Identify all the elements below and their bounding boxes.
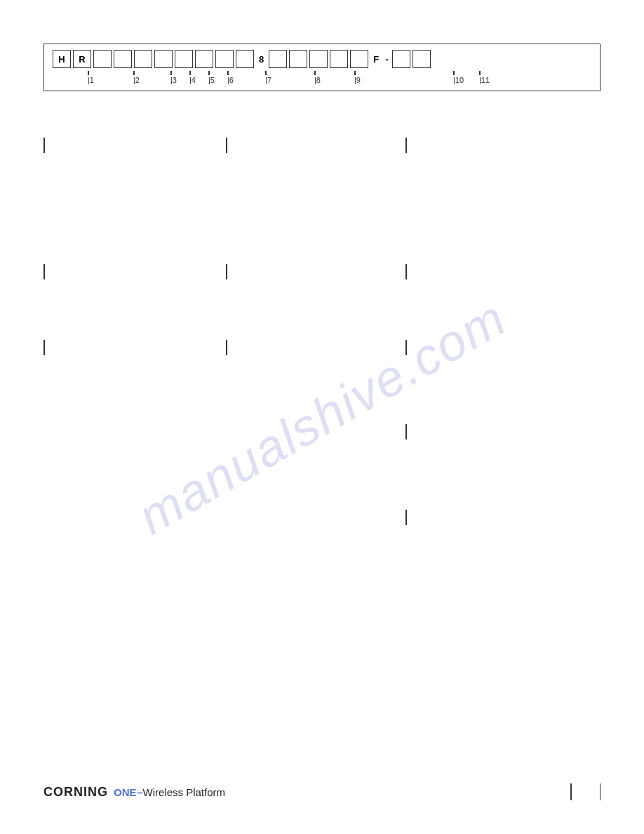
tick-10: |10 (453, 71, 464, 84)
footer-one-group: ONE™ Wireless Platform (114, 786, 225, 798)
box-7 (215, 50, 234, 68)
dash: - (385, 54, 388, 65)
footer-tm: ™ (137, 790, 143, 797)
tick-8: |8 (314, 71, 321, 84)
vbar-3-1 (43, 340, 45, 355)
box-6 (195, 50, 213, 68)
footer-platform-text: Wireless Platform (143, 786, 226, 798)
footer-brand: CORNING ONE™ Wireless Platform (43, 785, 225, 800)
letter-f: F (373, 54, 379, 65)
box-4 (154, 50, 173, 68)
number-8: 8 (259, 54, 264, 65)
vbar-3-3 (405, 340, 407, 355)
footer-lines (570, 783, 601, 800)
box-7b (236, 50, 254, 68)
vbar-2-2 (226, 264, 227, 279)
tick-9: |9 (354, 71, 361, 84)
footer-vbar-2 (600, 783, 601, 800)
tick-6: |6 (227, 71, 234, 84)
box-5 (175, 50, 193, 68)
vbar-1-3 (405, 138, 407, 153)
box-8c (309, 50, 328, 68)
tick-3: |3 (170, 71, 177, 84)
vbar-1-2 (226, 138, 227, 153)
box-3 (134, 50, 152, 68)
footer-vbar-1 (570, 783, 572, 800)
tick-5: |5 (208, 71, 215, 84)
vbar-3-2 (226, 340, 227, 355)
vbar-2-1 (43, 264, 45, 279)
box-8a (269, 50, 287, 68)
box-8b (289, 50, 307, 68)
footer: CORNING ONE™ Wireless Platform (43, 783, 601, 800)
tick-7: |7 (265, 71, 271, 84)
vbar-4-1 (405, 424, 407, 439)
box-1 (93, 50, 112, 68)
tick-1: |1 (88, 71, 94, 84)
tick-11: |11 (479, 71, 490, 84)
box-2 (114, 50, 132, 68)
box-r: R (73, 50, 91, 68)
box-h: H (53, 50, 71, 68)
tick-4: |4 (189, 71, 196, 84)
part-number-labels: |1 |2 |3 |4 |5 |6 |7 |8 (53, 71, 591, 84)
watermark: manualshive.com (128, 289, 516, 545)
vbar-5-1 (405, 510, 407, 525)
footer-one-label: ONE (114, 786, 137, 798)
vbar-2-3 (405, 264, 407, 279)
box-8e (350, 50, 368, 68)
footer-corning-text: CORNING (43, 785, 108, 800)
box-8d (330, 50, 348, 68)
part-number-boxes: H R 8 F - (53, 50, 591, 68)
vbar-1-1 (43, 138, 45, 153)
box-last-1 (392, 50, 410, 68)
tick-2: |2 (133, 71, 140, 84)
part-number-diagram: H R 8 F - |1 |2 (43, 44, 601, 91)
box-last-2 (412, 50, 431, 68)
